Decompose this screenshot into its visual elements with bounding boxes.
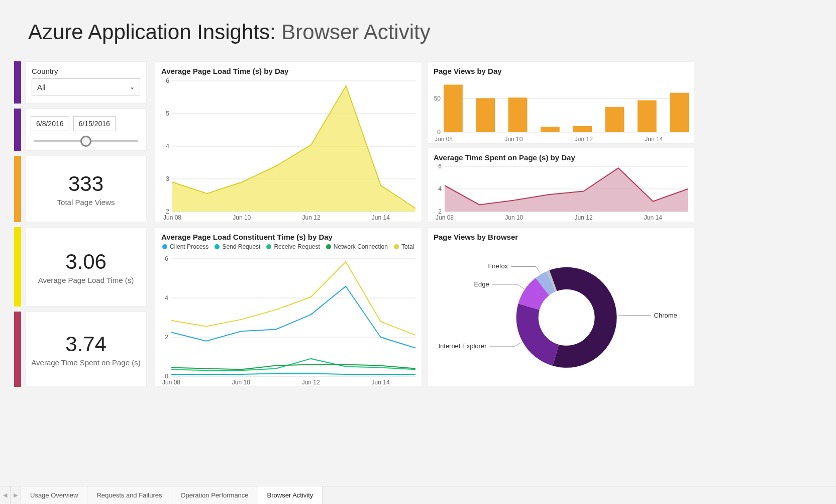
svg-text:2: 2: [165, 334, 168, 341]
svg-rect-43: [638, 100, 657, 132]
legend-dot-icon: [215, 244, 220, 249]
svg-text:Jun 08: Jun 08: [163, 214, 181, 221]
svg-text:6: 6: [165, 256, 168, 262]
svg-text:50: 50: [434, 95, 441, 102]
avg-spent-label: Average Time Spent on Page (s): [31, 358, 140, 367]
avg-spent-value: 3.74: [65, 332, 107, 356]
svg-text:Jun 14: Jun 14: [644, 214, 662, 221]
legend-dot-icon: [162, 244, 167, 249]
legend-label: Total: [401, 243, 414, 250]
country-dropdown[interactable]: All ⌄: [32, 78, 140, 95]
chart-page-views-day[interactable]: Page Views by Day 050Jun 08Jun 10Jun 12J…: [427, 61, 694, 144]
legend-dot-icon: [394, 244, 399, 249]
svg-text:Jun 10: Jun 10: [233, 214, 251, 221]
chart-title: Average Page Load Time (s) by Day: [155, 62, 422, 77]
country-label: Country: [26, 62, 146, 78]
page-tabs: ◀ ▶ Usage OverviewRequests and FailuresO…: [0, 486, 836, 504]
legend-label: Client Process: [170, 243, 208, 250]
svg-rect-40: [541, 127, 560, 132]
title-sub: Browser Activity: [281, 20, 430, 44]
chevron-down-icon: ⌄: [130, 83, 135, 90]
legend-label: Send Request: [222, 243, 260, 250]
chart-title: Average Page Load Constituent Time (s) b…: [155, 228, 422, 243]
legend-item[interactable]: Client Process: [162, 243, 208, 250]
date-slider[interactable]: [34, 140, 138, 142]
svg-text:Jun 08: Jun 08: [435, 136, 453, 143]
svg-text:4: 4: [166, 143, 169, 150]
svg-text:4: 4: [165, 294, 168, 301]
svg-rect-42: [605, 107, 624, 132]
chart-svg: 246Jun 08Jun 10Jun 12Jun 14: [428, 162, 695, 223]
page-header: Azure Application Insights: Browser Acti…: [16, 20, 431, 44]
date-to-input[interactable]: 6/15/2016: [73, 116, 116, 131]
svg-text:Jun 08: Jun 08: [162, 379, 180, 386]
page-views-label: Total Page Views: [57, 198, 115, 207]
svg-line-61: [517, 284, 524, 289]
stripe-avg-load: [14, 227, 21, 307]
chart-constituent[interactable]: Average Page Load Constituent Time (s) b…: [155, 227, 422, 387]
svg-text:Jun 14: Jun 14: [372, 379, 390, 386]
chart-browsers[interactable]: Page Views by Browser ChromeInternet Exp…: [427, 227, 694, 387]
legend-dot-icon: [266, 244, 271, 249]
svg-text:Internet Explorer: Internet Explorer: [438, 342, 487, 350]
svg-text:Jun 12: Jun 12: [302, 379, 320, 386]
svg-text:Jun 14: Jun 14: [645, 136, 663, 143]
legend-dot-icon: [326, 244, 331, 249]
stripe-avg-spent: [14, 312, 21, 387]
svg-text:Edge: Edge: [474, 280, 489, 288]
svg-rect-39: [508, 97, 528, 132]
chart-title: Average Time Spent on Page (s) by Day: [428, 148, 694, 164]
svg-line-58: [514, 342, 521, 346]
svg-text:Chrome: Chrome: [654, 312, 677, 319]
avg-load-value: 3.06: [65, 250, 107, 274]
stripe-pageviews: [14, 156, 21, 222]
svg-text:Jun 10: Jun 10: [505, 214, 523, 221]
svg-text:5: 5: [166, 110, 169, 117]
svg-rect-38: [476, 98, 495, 133]
slider-thumb-icon[interactable]: [80, 136, 91, 147]
svg-text:Jun 08: Jun 08: [436, 214, 454, 221]
svg-text:6: 6: [438, 163, 442, 170]
tab-requests-and-failures[interactable]: Requests and Failures: [87, 486, 171, 504]
page-views-value: 333: [68, 172, 103, 196]
svg-rect-37: [444, 85, 463, 133]
tab-operation-performance[interactable]: Operation Performance: [171, 486, 258, 504]
legend-item[interactable]: Receive Request: [266, 243, 320, 250]
svg-rect-41: [573, 126, 592, 132]
tab-nav-next[interactable]: ▶: [11, 486, 21, 504]
svg-text:Jun 14: Jun 14: [372, 214, 390, 221]
country-value: All: [37, 83, 46, 91]
svg-text:Jun 10: Jun 10: [504, 136, 522, 143]
svg-text:Jun 12: Jun 12: [575, 214, 593, 221]
metric-page-views: 333 Total Page Views: [25, 156, 147, 222]
svg-text:Jun 12: Jun 12: [302, 214, 321, 221]
title-main: Azure Application Insights:: [28, 20, 276, 44]
filter-date-range: 6/8/2016 6/15/2016: [25, 109, 147, 151]
svg-text:Jun 10: Jun 10: [232, 379, 250, 386]
svg-text:6: 6: [166, 77, 169, 84]
stripe-date: [14, 109, 21, 151]
svg-rect-44: [670, 93, 689, 132]
tab-usage-overview[interactable]: Usage Overview: [21, 486, 87, 504]
metric-avg-spent: 3.74 Average Time Spent on Page (s): [25, 312, 147, 387]
date-from-input[interactable]: 6/8/2016: [31, 116, 69, 131]
avg-load-label: Average Page Load Time (s): [38, 276, 134, 284]
metric-avg-load: 3.06 Average Page Load Time (s): [25, 227, 147, 307]
chart-svg: ChromeInternet ExplorerEdgeFirefox: [428, 242, 695, 387]
svg-text:Firefox: Firefox: [488, 262, 508, 270]
chart-avg-time-spent[interactable]: Average Time Spent on Page (s) by Day 24…: [427, 148, 694, 222]
svg-text:4: 4: [438, 185, 442, 192]
legend-label: Network Connection: [334, 243, 388, 250]
filter-country: Country All ⌄: [25, 61, 147, 104]
svg-line-64: [536, 266, 540, 273]
chart-title: Page Views by Browser: [428, 228, 694, 243]
tab-nav-prev[interactable]: ◀: [0, 486, 11, 504]
svg-text:Jun 12: Jun 12: [575, 136, 593, 143]
legend-item[interactable]: Send Request: [215, 243, 260, 250]
tab-browser-activity[interactable]: Browser Activity: [258, 486, 323, 504]
chart-avg-page-load[interactable]: Average Page Load Time (s) by Day 23456J…: [155, 61, 422, 222]
legend-item[interactable]: Network Connection: [326, 243, 388, 250]
svg-text:0: 0: [437, 129, 441, 136]
page-title: Azure Application Insights: Browser Acti…: [28, 20, 431, 44]
legend-item[interactable]: Total: [394, 243, 414, 250]
